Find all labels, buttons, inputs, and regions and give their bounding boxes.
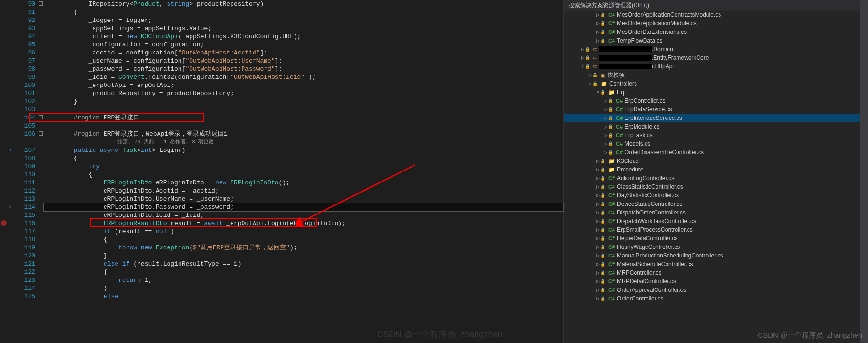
code-line[interactable]: throw new Exception($"调用ERP登录接口异常，返回空"); — [44, 244, 563, 252]
code-line[interactable]: else if (result.LoginResultType == 1) — [44, 260, 563, 268]
tree-item[interactable]: ▷🔒C#DispatchWorkTaskController.cs — [564, 217, 868, 225]
tree-item[interactable]: ▷🔒▭.Domain — [564, 45, 868, 54]
chevron-icon[interactable]: ▷ — [595, 234, 600, 243]
code-line[interactable]: IRepository<Product, string> productRepo… — [44, 0, 563, 8]
code-line[interactable]: ERPLoginResultDto result = await _erpOut… — [44, 219, 563, 227]
tree-item[interactable]: ▷🔒C#MesOrderApplicationContractsModule.c… — [564, 11, 868, 19]
code-line[interactable]: public async Task<int> Login() — [44, 146, 563, 154]
codelens[interactable]: 张震, 70 天前 | 1 名作者, 3 项更改 — [44, 138, 563, 146]
code-line[interactable]: return 1; — [44, 276, 563, 284]
tree-item[interactable]: ▷🔒C#ErpTask.cs — [564, 131, 868, 139]
tree-item[interactable]: ▷🔒C#DayStatisticController.cs — [564, 191, 868, 200]
chevron-icon[interactable]: ▷ — [595, 260, 600, 268]
code-line[interactable]: _appSettings = appSettings.Value; — [44, 24, 563, 32]
chevron-icon[interactable]: ▷ — [595, 251, 600, 260]
code-line[interactable]: _acctid = configuration["OutWebApiHost:A… — [44, 49, 563, 57]
code-line[interactable]: } — [44, 97, 563, 106]
code-line[interactable]: _configuration = configuration; — [44, 41, 563, 49]
code-line[interactable]: _client = new K3CloudApi(_appSettings.K3… — [44, 32, 563, 41]
tree-item[interactable]: ▷🔒C#OrderApprovalController.cs — [564, 286, 868, 294]
tree-item[interactable]: ▷🔒C#ErpSmallProcessController.cs — [564, 225, 868, 234]
code-line[interactable]: #region ERP登录接口 — [44, 114, 563, 122]
tree-item[interactable]: ▷🔒C#MaterialScheduleController.cs — [564, 260, 868, 268]
chevron-icon[interactable]: ▿ — [595, 88, 600, 96]
fold-toggle-icon[interactable]: - — [39, 131, 43, 136]
tree-item[interactable]: ▷🔒C#HelperDataController.cs — [564, 234, 868, 243]
tree-item[interactable]: ▷🔒C#DeviceStatusController.cs — [564, 200, 868, 208]
tree-item[interactable]: ▷🔒C#ErpInterfaceService.cs — [564, 114, 868, 122]
code-line[interactable]: _lcid = Convert.ToInt32(configuration["O… — [44, 73, 563, 81]
tree-item[interactable]: ▷🔒▣依赖项 — [564, 71, 868, 79]
chevron-icon[interactable]: ▷ — [595, 200, 600, 208]
tree-item[interactable]: ▷🔒C#OrderDisassembleController.cs — [564, 148, 868, 157]
code-line[interactable]: } — [44, 252, 563, 260]
chevron-icon[interactable]: ▷ — [595, 165, 600, 174]
explorer-scrollbar[interactable] — [860, 0, 868, 343]
code-line[interactable]: { — [44, 171, 563, 179]
tree-item[interactable]: ▷🔒C#TempFlowData.cs — [564, 36, 868, 45]
chevron-icon[interactable]: ▷ — [603, 96, 608, 105]
code-line[interactable]: _productRepository = productRepository; — [44, 89, 563, 97]
code-line[interactable]: eRPLoginInDto.UserName = _userName; — [44, 195, 563, 203]
tree-item[interactable]: ▷🔒C#ManualProductionSchedulingController… — [564, 251, 868, 260]
code-line[interactable]: eRPLoginInDto.Password = _password; — [44, 203, 563, 211]
code-line[interactable]: _password = configuration["OutWebApiHost… — [44, 65, 563, 73]
chevron-icon[interactable]: ▷ — [595, 182, 600, 191]
tree-item[interactable]: ▷🔒C#ActionLogController.cs — [564, 174, 868, 182]
tree-item[interactable]: ▷🔒C#DispatchOrderController.cs — [564, 208, 868, 217]
chevron-icon[interactable]: ▷ — [603, 114, 608, 122]
code-line[interactable] — [44, 122, 563, 130]
chevron-icon[interactable]: ▷ — [595, 157, 600, 165]
code-line[interactable]: try — [44, 162, 563, 171]
chevron-icon[interactable]: ▷ — [595, 294, 600, 303]
chevron-icon[interactable]: ▷ — [595, 243, 600, 251]
chevron-icon[interactable]: ▷ — [580, 45, 585, 54]
tree-item[interactable]: ▷🔒📁Procedure — [564, 165, 868, 174]
breakpoint-icon[interactable] — [1, 220, 7, 226]
tree-item[interactable]: ▷🔒C#HourlyWageController.cs — [564, 243, 868, 251]
chevron-icon[interactable]: ▷ — [603, 148, 608, 157]
tree-item[interactable]: ▷🔒C#MRPDetailController.cs — [564, 277, 868, 286]
tree-item[interactable]: ▷🔒C#ErpController.cs — [564, 96, 868, 105]
chevron-icon[interactable]: ▷ — [595, 268, 600, 277]
code-line[interactable]: ERPLoginInDto eRPLoginInDto = new ERPLog… — [44, 179, 563, 187]
chevron-icon[interactable]: ▷ — [580, 54, 585, 62]
chevron-icon[interactable]: ▷ — [595, 36, 600, 45]
chevron-icon[interactable]: ▷ — [595, 286, 600, 294]
chevron-icon[interactable]: ▷ — [595, 28, 600, 36]
chevron-icon[interactable]: ▷ — [603, 105, 608, 114]
code-line[interactable]: { — [44, 236, 563, 244]
chevron-icon[interactable]: ▷ — [595, 225, 600, 234]
tree-item[interactable]: ▷🔒C#Models.cs — [564, 139, 868, 148]
code-line[interactable] — [44, 106, 563, 114]
tree-item[interactable]: ▿🔒▭r.HttpApi — [564, 62, 868, 71]
code-line[interactable]: { — [44, 154, 563, 162]
chevron-icon[interactable]: ▷ — [595, 277, 600, 286]
tree-item[interactable]: ▷🔒C#MRPController.cs — [564, 268, 868, 277]
code-line[interactable]: { — [44, 8, 563, 16]
code-line[interactable]: _userName = configuration["OutWebApiHost… — [44, 57, 563, 65]
code-line[interactable]: { — [44, 268, 563, 276]
code-line[interactable]: _logger = logger; — [44, 16, 563, 24]
code-line[interactable]: if (result == null) — [44, 227, 563, 236]
fold-toggle-icon[interactable]: - — [39, 115, 43, 119]
chevron-icon[interactable]: ▷ — [595, 174, 600, 182]
chevron-icon[interactable]: ▷ — [603, 122, 608, 131]
tree-item[interactable]: ▷🔒▭.EntityFrameworkCore — [564, 54, 868, 62]
code-line[interactable]: eRPLoginInDto.Acctid = _acctid; — [44, 187, 563, 195]
code-line[interactable]: } — [44, 284, 563, 292]
tree-item[interactable]: ▷🔒📁K3Cloud — [564, 157, 868, 165]
code-line[interactable]: #region ERP登录接口，WebApi登录，登录成功返回1 — [44, 130, 563, 138]
chevron-icon[interactable]: ▷ — [595, 19, 600, 28]
tree-item[interactable]: ▷🔒C#MesOrderApplicationModule.cs — [564, 19, 868, 28]
chevron-icon[interactable]: ▷ — [595, 217, 600, 225]
code-line[interactable]: _erpOutApi = erpOutApi; — [44, 81, 563, 89]
tree-item[interactable]: ▷🔒C#ErpModule.cs — [564, 122, 868, 131]
tree-item[interactable]: ▷🔒C#ErpDataService.cs — [564, 105, 868, 114]
fold-toggle-icon[interactable]: - — [39, 1, 43, 6]
tree-item[interactable]: ▷🔒C#ClassStatisticController.cs — [564, 182, 868, 191]
tree-item[interactable]: ▿🔒📁Erp — [564, 88, 868, 96]
chevron-icon[interactable]: ▿ — [580, 62, 585, 71]
chevron-icon[interactable]: ▿ — [588, 79, 593, 88]
code-line[interactable]: else — [44, 292, 563, 300]
